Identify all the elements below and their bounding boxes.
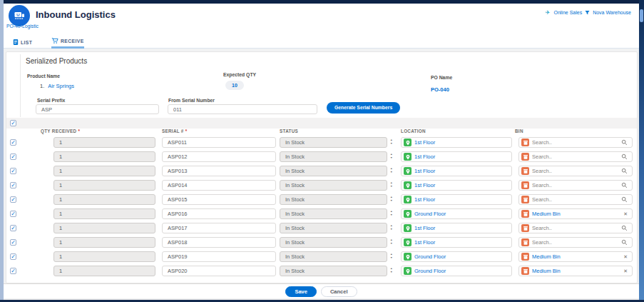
- bin-field[interactable]: Search..: [518, 194, 633, 205]
- bin-field[interactable]: Medium Bin: [518, 266, 633, 276]
- qty-received-input[interactable]: [53, 166, 155, 176]
- select-all-checkbox[interactable]: [10, 120, 16, 126]
- qty-received-input[interactable]: [53, 137, 155, 148]
- status-stepper-icon[interactable]: [390, 139, 394, 145]
- serial-input[interactable]: [162, 151, 276, 162]
- scrollbar-thumb[interactable]: [640, 9, 643, 22]
- qty-received-input[interactable]: [53, 151, 155, 162]
- status-select[interactable]: In Stock: [280, 180, 387, 191]
- status-stepper-icon[interactable]: [390, 224, 394, 231]
- cancel-button[interactable]: Cancel: [321, 286, 357, 297]
- breadcrumb[interactable]: PO-40-Logistic: [6, 24, 39, 29]
- location-link[interactable]: 1st Floor: [414, 182, 435, 188]
- bin-field[interactable]: Search..: [518, 180, 633, 191]
- serial-input[interactable]: [162, 180, 276, 191]
- search-icon[interactable]: [621, 239, 628, 246]
- qty-received-input[interactable]: [53, 266, 155, 276]
- bin-field[interactable]: Search..: [518, 237, 633, 248]
- nova-warehouse-link[interactable]: Nova Warehouse: [593, 10, 631, 15]
- generate-serial-numbers-button[interactable]: Generate Serial Numbers: [327, 102, 400, 114]
- tab-receive[interactable]: RECEIVE: [51, 36, 84, 49]
- online-sales-link[interactable]: Online Sales: [553, 10, 582, 15]
- row-checkbox[interactable]: [10, 196, 16, 203]
- product-name-link[interactable]: Air Springs: [48, 83, 74, 89]
- location-link[interactable]: Ground Floor: [414, 211, 446, 217]
- search-icon[interactable]: [621, 153, 628, 160]
- location-link[interactable]: 1st Floor: [414, 168, 435, 174]
- clear-icon[interactable]: [623, 254, 628, 260]
- qty-received-input[interactable]: [53, 208, 155, 219]
- row-checkbox[interactable]: [10, 225, 16, 231]
- search-icon[interactable]: [621, 139, 628, 146]
- status-stepper-icon[interactable]: [390, 196, 394, 202]
- qty-received-input[interactable]: [53, 194, 155, 205]
- qty-received-input[interactable]: [53, 180, 155, 191]
- search-icon[interactable]: [621, 225, 628, 231]
- location-field[interactable]: 1st Floor: [401, 237, 512, 248]
- clear-icon[interactable]: [623, 268, 628, 274]
- location-link[interactable]: 1st Floor: [414, 153, 435, 160]
- bin-field[interactable]: Search..: [518, 151, 633, 162]
- status-stepper-icon[interactable]: [390, 153, 394, 159]
- serial-input[interactable]: [162, 223, 276, 233]
- qty-received-input[interactable]: [53, 223, 155, 233]
- location-link[interactable]: 1st Floor: [414, 196, 435, 203]
- status-select[interactable]: In Stock: [280, 251, 387, 262]
- row-checkbox[interactable]: [10, 268, 16, 274]
- from-serial-number-input[interactable]: [168, 104, 317, 114]
- location-field[interactable]: 1st Floor: [401, 137, 512, 148]
- row-checkbox[interactable]: [10, 182, 16, 188]
- location-field[interactable]: 1st Floor: [401, 180, 512, 191]
- qty-received-input[interactable]: [53, 251, 155, 262]
- search-icon[interactable]: [621, 196, 628, 203]
- status-stepper-icon[interactable]: [390, 238, 394, 245]
- clear-icon[interactable]: [623, 211, 628, 217]
- status-select[interactable]: In Stock: [280, 266, 387, 276]
- status-stepper-icon[interactable]: [390, 210, 394, 216]
- po-name-link[interactable]: PO-040: [431, 86, 449, 93]
- serial-input[interactable]: [162, 266, 276, 276]
- status-select[interactable]: In Stock: [280, 151, 387, 162]
- location-field[interactable]: Ground Floor: [401, 251, 512, 262]
- bin-field[interactable]: Search..: [518, 166, 633, 176]
- location-field[interactable]: 1st Floor: [401, 166, 512, 176]
- bin-field[interactable]: Search..: [518, 137, 633, 148]
- location-link[interactable]: 1st Floor: [414, 225, 435, 231]
- row-checkbox[interactable]: [10, 211, 16, 217]
- location-field[interactable]: Ground Floor: [401, 208, 512, 219]
- serial-input[interactable]: [162, 251, 276, 262]
- tab-list[interactable]: LIST: [13, 36, 32, 49]
- serial-input[interactable]: [162, 237, 276, 248]
- serial-input[interactable]: [162, 166, 276, 176]
- search-icon[interactable]: [621, 182, 628, 188]
- serial-input[interactable]: [162, 137, 276, 148]
- row-checkbox[interactable]: [10, 239, 16, 246]
- location-link[interactable]: Ground Floor: [414, 253, 446, 260]
- search-icon[interactable]: [621, 168, 628, 174]
- status-stepper-icon[interactable]: [390, 253, 394, 259]
- location-field[interactable]: 1st Floor: [401, 223, 512, 233]
- bin-field[interactable]: Medium Bin: [518, 251, 633, 262]
- status-select[interactable]: In Stock: [280, 166, 387, 176]
- save-button[interactable]: Save: [285, 286, 317, 297]
- status-stepper-icon[interactable]: [390, 181, 394, 188]
- location-link[interactable]: 1st Floor: [414, 239, 435, 246]
- bin-field[interactable]: Search..: [518, 223, 633, 233]
- location-link[interactable]: Ground Floor: [414, 268, 446, 274]
- serial-input[interactable]: [162, 194, 276, 205]
- status-select[interactable]: In Stock: [280, 194, 387, 205]
- status-stepper-icon[interactable]: [390, 167, 394, 173]
- row-checkbox[interactable]: [10, 168, 16, 174]
- location-field[interactable]: 1st Floor: [401, 194, 512, 205]
- location-field[interactable]: 1st Floor: [401, 151, 512, 162]
- serial-input[interactable]: [162, 208, 276, 219]
- status-select[interactable]: In Stock: [280, 137, 387, 148]
- row-checkbox[interactable]: [10, 253, 16, 260]
- status-select[interactable]: In Stock: [280, 208, 387, 219]
- bin-field[interactable]: Medium Bin: [518, 208, 633, 219]
- row-checkbox[interactable]: [10, 153, 16, 160]
- serial-prefix-input[interactable]: [36, 104, 159, 114]
- location-link[interactable]: 1st Floor: [414, 139, 435, 146]
- location-field[interactable]: Ground Floor: [401, 266, 512, 276]
- status-stepper-icon[interactable]: [390, 267, 394, 273]
